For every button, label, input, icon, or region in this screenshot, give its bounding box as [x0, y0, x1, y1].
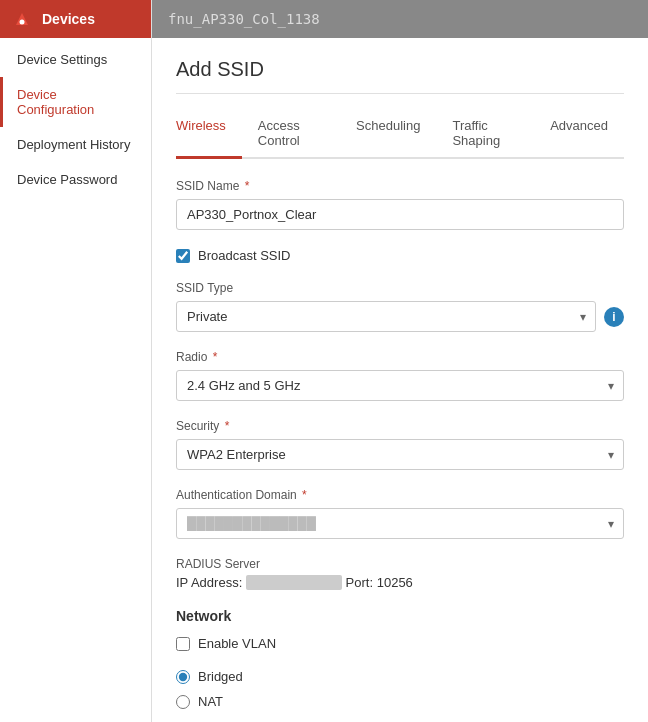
security-select-wrapper: WPA2 Enterprise WPA2 Personal Open ▾ — [176, 439, 624, 470]
ssid-type-info-icon[interactable]: i — [604, 307, 624, 327]
tab-wireless[interactable]: Wireless — [176, 110, 242, 159]
tab-access-control[interactable]: Access Control — [242, 110, 340, 159]
ssid-name-group: SSID Name * — [176, 179, 624, 230]
radio-group: Radio * 2.4 GHz and 5 GHz 2.4 GHz only 5… — [176, 350, 624, 401]
sidebar-item-device-configuration[interactable]: Device Configuration — [0, 77, 151, 127]
enable-vlan-row: Enable VLAN — [176, 636, 624, 651]
radio-label: Radio * — [176, 350, 624, 364]
bridged-radio-label[interactable]: Bridged — [198, 669, 243, 684]
radius-port-label: Port: — [346, 575, 377, 590]
topbar-title: fnu_AP330_Col_1138 — [168, 11, 320, 27]
firewalla-logo-icon — [10, 7, 34, 31]
ssid-type-select-wrapper: Private Public Guest ▾ — [176, 301, 596, 332]
radio-select[interactable]: 2.4 GHz and 5 GHz 2.4 GHz only 5 GHz onl… — [176, 370, 624, 401]
auth-domain-select[interactable]: ██████████████ — [176, 508, 624, 539]
tabs-bar: Wireless Access Control Scheduling Traff… — [176, 110, 624, 159]
auth-domain-select-wrapper: ██████████████ ▾ — [176, 508, 624, 539]
ssid-type-group: SSID Type Private Public Guest ▾ i — [176, 281, 624, 332]
tab-traffic-shaping[interactable]: Traffic Shaping — [436, 110, 534, 159]
radius-ip-value: ██████████ — [246, 575, 342, 590]
sidebar-nav: Device Settings Device Configuration Dep… — [0, 42, 151, 197]
sidebar-title: Devices — [42, 11, 95, 27]
page-title: Add SSID — [176, 58, 624, 94]
nat-radio-label[interactable]: NAT — [198, 694, 223, 709]
ssid-type-label: SSID Type — [176, 281, 624, 295]
radius-server-section: RADIUS Server IP Address: ██████████ Por… — [176, 557, 624, 590]
svg-point-2 — [20, 20, 25, 25]
radio-required-indicator: * — [213, 350, 218, 364]
security-select[interactable]: WPA2 Enterprise WPA2 Personal Open — [176, 439, 624, 470]
nat-radio-row: NAT — [176, 694, 624, 709]
radius-port-value: 10256 — [377, 575, 413, 590]
auth-domain-label: Authentication Domain * — [176, 488, 624, 502]
enable-vlan-checkbox[interactable] — [176, 637, 190, 651]
security-label: Security * — [176, 419, 624, 433]
content-area: Add SSID Wireless Access Control Schedul… — [152, 38, 648, 722]
radio-select-wrapper: 2.4 GHz and 5 GHz 2.4 GHz only 5 GHz onl… — [176, 370, 624, 401]
sidebar-item-device-settings[interactable]: Device Settings — [0, 42, 151, 77]
radius-server-label: RADIUS Server — [176, 557, 624, 571]
nat-radio[interactable] — [176, 695, 190, 709]
bridged-radio[interactable] — [176, 670, 190, 684]
broadcast-ssid-label[interactable]: Broadcast SSID — [198, 248, 291, 263]
auth-domain-group: Authentication Domain * ██████████████ ▾ — [176, 488, 624, 539]
network-section-title: Network — [176, 608, 624, 624]
security-group: Security * WPA2 Enterprise WPA2 Personal… — [176, 419, 624, 470]
ssid-name-input[interactable] — [176, 199, 624, 230]
ssid-type-row: Private Public Guest ▾ i — [176, 301, 624, 332]
tab-advanced[interactable]: Advanced — [534, 110, 624, 159]
tab-scheduling[interactable]: Scheduling — [340, 110, 436, 159]
broadcast-ssid-row: Broadcast SSID — [176, 248, 624, 263]
bridged-radio-row: Bridged — [176, 669, 624, 684]
sidebar-header: Devices — [0, 0, 151, 38]
sidebar-item-device-password[interactable]: Device Password — [0, 162, 151, 197]
broadcast-ssid-checkbox[interactable] — [176, 249, 190, 263]
radius-server-value: IP Address: ██████████ Port: 10256 — [176, 575, 624, 590]
required-indicator: * — [245, 179, 250, 193]
radius-ip-label: IP Address: — [176, 575, 242, 590]
sidebar-item-deployment-history[interactable]: Deployment History — [0, 127, 151, 162]
network-section: Network Enable VLAN Bridged NAT — [176, 608, 624, 709]
topbar: fnu_AP330_Col_1138 — [152, 0, 648, 38]
sidebar: Devices Device Settings Device Configura… — [0, 0, 152, 722]
security-required-indicator: * — [225, 419, 230, 433]
main-area: fnu_AP330_Col_1138 Add SSID Wireless Acc… — [152, 0, 648, 722]
ssid-type-select[interactable]: Private Public Guest — [176, 301, 596, 332]
auth-domain-required-indicator: * — [302, 488, 307, 502]
enable-vlan-label[interactable]: Enable VLAN — [198, 636, 276, 651]
ssid-name-label: SSID Name * — [176, 179, 624, 193]
